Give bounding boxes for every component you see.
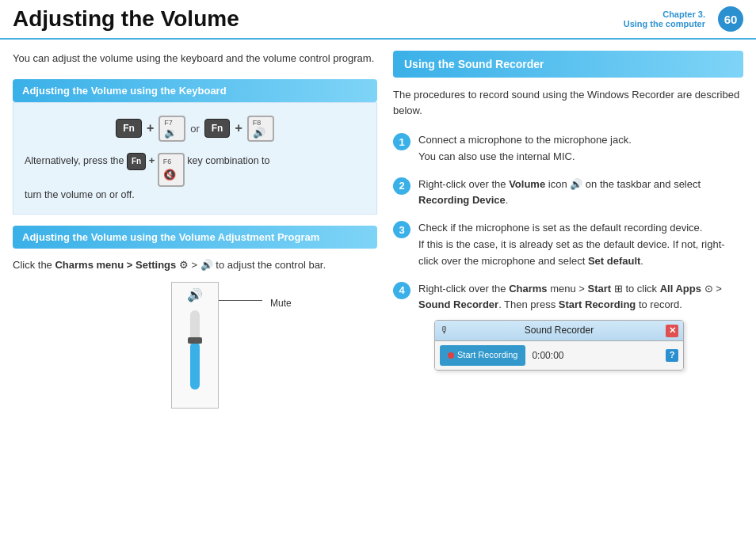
- f7-label: F7: [164, 119, 173, 127]
- steps-list: 1 Connect a microphone to the microphone…: [393, 132, 743, 371]
- recorder-titlebar: 🎙 Sound Recorder ✕: [435, 321, 683, 341]
- fn-key-2: Fn: [204, 119, 231, 138]
- step-content-2: Right-click over the Volume icon 🔊 on th…: [418, 177, 743, 210]
- recorder-body: Start Recording 0:00:00 ?: [435, 341, 683, 370]
- recorder-time: 0:00:00: [532, 348, 659, 363]
- step-number-3: 3: [393, 221, 410, 238]
- f8-icon: 🔊: [253, 127, 265, 139]
- step4-main: Right-click over the Charms menu > Start…: [418, 281, 743, 314]
- set-default-bold: Set default: [588, 255, 640, 267]
- recorder-close-btn[interactable]: ✕: [666, 325, 678, 337]
- sound-recorder-header: Using the Sound Recorder: [393, 51, 743, 78]
- f6-icon: 🔇: [163, 167, 176, 184]
- f6-key: F6 🔇: [158, 153, 185, 187]
- f8-key: F8 🔊: [247, 116, 274, 142]
- slider-container: 🔊: [171, 282, 219, 409]
- record-dot: [448, 352, 454, 359]
- page-header: Adjusting the Volume Chapter 3. Using th…: [0, 0, 756, 40]
- chapter-label: Chapter 3. Using the computer: [624, 10, 705, 29]
- start-recording-bold: Start Recording: [559, 298, 636, 310]
- step-1: 1 Connect a microphone to the microphone…: [393, 132, 743, 165]
- plus-sign-alt: +: [149, 154, 155, 166]
- gear-icon: ⚙ >: [179, 259, 200, 271]
- step-number-1: 1: [393, 133, 410, 150]
- step1-main: Connect a microphone to the microphone j…: [418, 132, 632, 149]
- mute-line: [219, 300, 262, 301]
- keyboard-box: Fn + F7 🔉 or Fn + F8 🔊 Alternatively, pr: [13, 102, 377, 215]
- volume-adj-text: Click the Charms menu > Settings ⚙ > 🔊 t…: [13, 257, 377, 274]
- f6-label: F6: [163, 156, 172, 167]
- fn-key: Fn: [116, 119, 142, 138]
- slider-thumb: [188, 337, 202, 344]
- volume-adj-header: Adjusting the Volume using the Volume Ad…: [13, 226, 377, 249]
- recorder-title-text: Sound Recorder: [452, 323, 666, 338]
- slider-fill: [190, 342, 200, 390]
- step-number-4: 4: [393, 282, 410, 299]
- volume-slider-area: 🔊 Mute: [13, 282, 377, 409]
- right-column: Using the Sound Recorder The procedures …: [393, 51, 743, 418]
- all-apps-bold: All Apps: [660, 283, 701, 295]
- slider-track: [190, 310, 200, 390]
- alt-text-post2: turn the volume on or off.: [25, 189, 135, 200]
- sound-recorder-bold: Sound Recorder: [418, 298, 498, 310]
- plus-sign-1: +: [147, 121, 154, 135]
- intro-paragraph: You can adjust the volume using the keyb…: [13, 51, 377, 67]
- chapter-info: Chapter 3. Using the computer 60: [624, 6, 743, 32]
- volume-adj-section: Adjusting the Volume using the Volume Ad…: [13, 226, 377, 409]
- keyboard-row-main: Fn + F7 🔉 or Fn + F8 🔊: [25, 116, 365, 142]
- main-content: You can adjust the volume using the keyb…: [0, 40, 756, 426]
- alt-text-post: key combination to: [187, 155, 269, 166]
- f7-icon: 🔉: [164, 127, 177, 139]
- page-title: Adjusting the Volume: [13, 6, 624, 32]
- recording-device-bold: Recording Device: [418, 194, 506, 206]
- step3-sub: If this is the case, it is already set a…: [418, 237, 743, 270]
- slider-wrapper: 🔊 Mute: [171, 282, 219, 409]
- charms-bold: Charms: [509, 283, 547, 295]
- sound-desc: The procedures to record sound using the…: [393, 87, 743, 118]
- volume-icon-inline: 🔊: [200, 259, 213, 271]
- step-number-2: 2: [393, 177, 410, 195]
- mute-label: Mute: [270, 298, 292, 309]
- recorder-screenshot: 🎙 Sound Recorder ✕ Start Recording 0:00:…: [434, 320, 684, 371]
- step-content-3: Check if the microphone is set as the de…: [418, 220, 743, 269]
- fn-key-alt: Fn: [127, 153, 146, 170]
- mute-annotation: Mute: [219, 293, 292, 309]
- step-content-4: Right-click over the Charms menu > Start…: [418, 281, 743, 371]
- recorder-help-btn[interactable]: ?: [666, 349, 678, 362]
- step-2: 2 Right-click over the Volume icon 🔊 on …: [393, 177, 743, 210]
- recorder-start-btn[interactable]: Start Recording: [440, 345, 525, 366]
- keyboard-section-header: Adjusting the Volume using the Keyboard: [13, 79, 377, 102]
- click-label: Click the: [13, 259, 55, 271]
- f7-key: F7 🔉: [158, 116, 185, 142]
- recorder-title-icon: 🎙: [440, 323, 449, 338]
- f8-label: F8: [253, 119, 262, 127]
- plus-sign-2: +: [235, 121, 242, 135]
- adj-text-end: to adjust the control bar.: [216, 259, 326, 271]
- page-badge: 60: [718, 6, 743, 32]
- alt-key-row: Alternatively, press the Fn + F6 🔇 key c…: [25, 153, 365, 203]
- step-3: 3 Check if the microphone is set as the …: [393, 220, 743, 269]
- volume-bold: Volume: [509, 178, 545, 190]
- step-4: 4 Right-click over the Charms menu > Sta…: [393, 281, 743, 371]
- left-column: You can adjust the volume using the keyb…: [13, 51, 377, 418]
- start-bold: Start: [588, 283, 612, 295]
- recorder-btn-label: Start Recording: [457, 348, 517, 363]
- alt-text-pre: Alternatively, press the: [25, 155, 124, 166]
- charms-label: Charms menu > Settings: [55, 259, 176, 271]
- or-text: or: [190, 123, 200, 135]
- step3-main: Check if the microphone is set as the de…: [418, 220, 743, 237]
- step-content-1: Connect a microphone to the microphone j…: [418, 132, 632, 165]
- slider-speaker-icon: 🔊: [187, 287, 203, 302]
- step1-sub: You can also use the internal MIC.: [418, 149, 632, 165]
